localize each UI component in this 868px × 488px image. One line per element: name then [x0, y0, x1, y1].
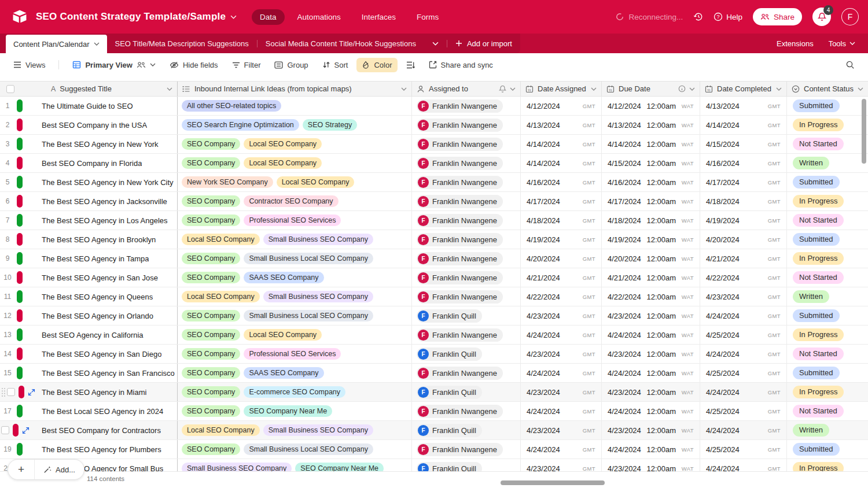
- date-assigned-cell[interactable]: 4/13/2024GMT: [521, 116, 602, 134]
- due-date-cell[interactable]: 4/12/202412:00amWAT: [602, 97, 700, 115]
- title-cell[interactable]: 19The Best SEO Agency for Plumbers: [0, 440, 178, 459]
- assigned-to-cell[interactable]: FFranklin Nwangene: [412, 173, 521, 191]
- assigned-to-cell[interactable]: FFranklin Nwangene: [412, 135, 521, 153]
- date-assigned-cell[interactable]: 4/12/2024GMT: [521, 97, 602, 115]
- table-row[interactable]: 13Best SEO Agency in CaliforniaSEO Compa…: [0, 326, 868, 345]
- column-header-inbound-links[interactable]: Inbound Internal Link Ideas (from topica…: [178, 82, 412, 96]
- title-cell[interactable]: 7The Best SEO Agency in Los Angeles: [0, 211, 178, 230]
- inbound-links-cell[interactable]: SEO CompanySAAS SEO Company: [178, 268, 412, 287]
- user-avatar[interactable]: F: [841, 8, 859, 25]
- due-date-cell[interactable]: 4/13/202412:00amWAT: [602, 116, 700, 134]
- base-title[interactable]: SEO Content Strategy Template/Sample: [36, 11, 226, 23]
- row-checkbox[interactable]: [1, 426, 9, 434]
- date-assigned-cell[interactable]: 4/23/2024GMT: [521, 345, 602, 363]
- date-completed-cell[interactable]: 4/24/2024GMT: [700, 459, 787, 471]
- due-date-cell[interactable]: 4/20/202412:00amWAT: [602, 249, 700, 268]
- column-header-icons[interactable]: [678, 85, 695, 93]
- nav-interfaces[interactable]: Interfaces: [354, 9, 404, 25]
- table-row[interactable]: 3The Best SEO Agency in New YorkSEO Comp…: [0, 135, 868, 154]
- title-cell[interactable]: 1The Ultimate Guide to SEO: [0, 97, 178, 115]
- inbound-links-cell[interactable]: SEO CompanySEO Company Near Me: [178, 402, 412, 420]
- content-status-cell[interactable]: Submitted: [787, 230, 868, 249]
- assigned-to-cell[interactable]: FFranklin Nwangene: [412, 249, 521, 268]
- table-row[interactable]: 11The Best SEO Agency in QueensLocal SEO…: [0, 287, 868, 306]
- column-header-date-assigned[interactable]: 31 Date Assigned: [521, 82, 602, 96]
- more-tables-button[interactable]: [424, 34, 447, 53]
- select-all-checkbox[interactable]: [6, 85, 14, 93]
- tools-button[interactable]: Tools: [829, 39, 855, 48]
- date-assigned-cell[interactable]: 4/14/2024GMT: [521, 154, 602, 172]
- nav-forms[interactable]: Forms: [409, 9, 447, 25]
- date-assigned-cell[interactable]: 4/21/2024GMT: [521, 268, 602, 287]
- tab-social-media[interactable]: Social Media Content Title/Hook Suggesti…: [258, 34, 424, 53]
- date-assigned-cell[interactable]: 4/24/2024GMT: [521, 364, 602, 382]
- inbound-links-cell[interactable]: SEO CompanyE-commerce SEO Company: [178, 383, 412, 401]
- assigned-to-cell[interactable]: FFranklin Nwangene: [412, 326, 521, 344]
- assigned-to-cell[interactable]: FFranklin Quill: [412, 383, 521, 401]
- date-assigned-cell[interactable]: 4/23/2024GMT: [521, 459, 602, 471]
- due-date-cell[interactable]: 4/16/202412:00amWAT: [602, 173, 700, 191]
- title-cell[interactable]: 13Best SEO Agency in California: [0, 326, 178, 344]
- title-cell[interactable]: 9The Best SEO Agency in Tampa: [0, 249, 178, 268]
- content-status-cell[interactable]: In Progress: [787, 249, 868, 268]
- expand-record-icon[interactable]: [22, 427, 30, 434]
- search-button[interactable]: [840, 57, 860, 72]
- table-row[interactable]: 19The Best SEO Agency for PlumbersSEO Co…: [0, 440, 868, 459]
- share-button[interactable]: Share: [753, 8, 802, 25]
- inbound-links-cell[interactable]: SEO CompanyLocal SEO Company: [178, 154, 412, 172]
- date-completed-cell[interactable]: 4/16/2024GMT: [700, 154, 787, 172]
- due-date-cell[interactable]: 4/23/202412:00amWAT: [602, 459, 700, 471]
- assigned-to-cell[interactable]: FFranklin Nwangene: [412, 402, 521, 420]
- date-completed-cell[interactable]: 4/19/2024GMT: [700, 211, 787, 230]
- content-status-cell[interactable]: In Progress: [787, 326, 868, 344]
- inbound-links-cell[interactable]: Local SEO CompanySmall Business SEO Comp…: [178, 421, 412, 439]
- date-assigned-cell[interactable]: 4/22/2024GMT: [521, 287, 602, 306]
- views-button[interactable]: Views: [8, 58, 50, 72]
- horizontal-scrollbar[interactable]: [501, 480, 605, 485]
- expand-record-icon[interactable]: [28, 389, 35, 396]
- due-date-cell[interactable]: 4/24/202412:00amWAT: [602, 326, 700, 344]
- column-menu-chevron-icon[interactable]: [858, 87, 863, 91]
- content-status-cell[interactable]: Submitted: [787, 306, 868, 325]
- date-completed-cell[interactable]: 4/24/2024GMT: [700, 383, 787, 401]
- title-cell[interactable]: The Best SEO Agency in Miami: [0, 383, 178, 401]
- column-header-suggested-title[interactable]: A Suggested Title: [0, 82, 178, 96]
- table-row[interactable]: 15The Best SEO Agency in San FranciscoSE…: [0, 364, 868, 383]
- date-assigned-cell[interactable]: 4/19/2024GMT: [521, 230, 602, 249]
- due-date-cell[interactable]: 4/21/202412:00amWAT: [602, 268, 700, 287]
- inbound-links-cell[interactable]: Small Business SEO CompanySEO Company Ne…: [178, 459, 412, 471]
- date-completed-cell[interactable]: 4/14/2024GMT: [700, 116, 787, 134]
- due-date-cell[interactable]: 4/24/202412:00amWAT: [602, 402, 700, 420]
- assigned-to-cell[interactable]: FFranklin Nwangene: [412, 211, 521, 230]
- inbound-links-cell[interactable]: SEO CompanyProfessional SEO Services: [178, 345, 412, 363]
- assigned-to-cell[interactable]: FFranklin Quill: [412, 306, 521, 325]
- add-or-import-button[interactable]: Add or import: [447, 34, 520, 53]
- inbound-links-cell[interactable]: All other SEO-related topics: [178, 97, 412, 115]
- table-row[interactable]: 2Best SEO Company in the USASEO Search E…: [0, 116, 868, 135]
- table-row[interactable]: 14The Best SEO Agency in San DiegoSEO Co…: [0, 345, 868, 364]
- history-button[interactable]: [693, 12, 703, 21]
- date-assigned-cell[interactable]: 4/17/2024GMT: [521, 192, 602, 210]
- inbound-links-cell[interactable]: SEO CompanySmall Business Local SEO Comp…: [178, 440, 412, 459]
- title-cell[interactable]: 10The Best SEO Agency in San Jose: [0, 268, 178, 287]
- vertical-scrollbar[interactable]: [862, 99, 866, 164]
- assigned-to-cell[interactable]: FFranklin Nwangene: [412, 116, 521, 134]
- date-assigned-cell[interactable]: 4/24/2024GMT: [521, 440, 602, 459]
- date-completed-cell[interactable]: 4/18/2024GMT: [700, 192, 787, 210]
- inbound-links-cell[interactable]: Local SEO CompanySmall Business SEO Comp…: [178, 230, 412, 249]
- add-with-ai-button[interactable]: Add...: [35, 460, 84, 479]
- date-completed-cell[interactable]: 4/17/2024GMT: [700, 173, 787, 191]
- hide-fields-button[interactable]: Hide fields: [164, 58, 223, 72]
- due-date-cell[interactable]: 4/17/202412:00amWAT: [602, 192, 700, 210]
- inbound-links-cell[interactable]: SEO Search Engine OptimizationSEO Strate…: [178, 116, 412, 134]
- content-status-cell[interactable]: Not Started: [787, 135, 868, 153]
- table-row[interactable]: 12The Best SEO Agency in OrlandoSEO Comp…: [0, 306, 868, 326]
- column-header-date-completed[interactable]: 31 Date Completed: [700, 82, 787, 96]
- date-completed-cell[interactable]: 4/13/2024GMT: [700, 97, 787, 115]
- inbound-links-cell[interactable]: SEO CompanyProfessional SEO Services: [178, 211, 412, 230]
- title-cell[interactable]: 4Best SEO Company in Florida: [0, 154, 178, 172]
- extensions-button[interactable]: Extensions: [777, 39, 814, 48]
- date-completed-cell[interactable]: 4/23/2024GMT: [700, 287, 787, 306]
- due-date-cell[interactable]: 4/24/202412:00amWAT: [602, 440, 700, 459]
- assigned-to-cell[interactable]: FFranklin Nwangene: [412, 364, 521, 382]
